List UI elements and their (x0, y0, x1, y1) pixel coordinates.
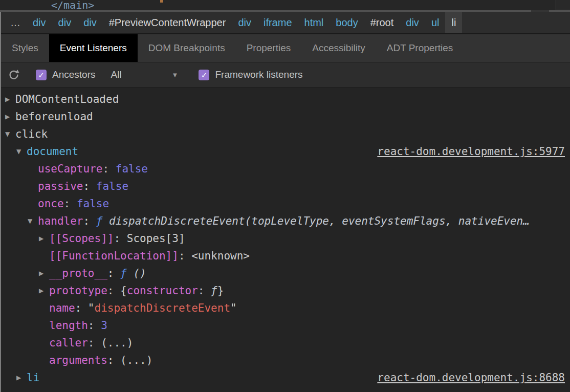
event-listeners-toolbar: ✓ Ancestors All ▼ ✓ Framework listeners (1, 62, 570, 88)
checkmark-icon: ✓ (38, 71, 45, 79)
sidebar-pane: …divdivdiv#PreviewContentWrapperdivifram… (0, 12, 570, 392)
tree-text-sig: dispatchDiscreteEvent(topLevelType, even… (109, 215, 530, 227)
tree-text-plain: : (107, 267, 120, 279)
tree-text-prop: handler (38, 215, 83, 227)
tree-text-prop: passive (38, 180, 83, 192)
tree-text-num: false (96, 180, 128, 192)
breadcrumb-item-root[interactable]: #root (364, 12, 400, 33)
devtools-sidebar-panel: </main> …divdivdiv#PreviewContentWrapper… (0, 0, 570, 392)
breadcrumb-item-div[interactable]: div (52, 12, 78, 33)
ancestors-label: Ancestors (52, 69, 95, 80)
tree-row[interactable]: ▼handler: ƒ dispatchDiscreteEvent(topLev… (1, 212, 570, 230)
tree-text-num: false (77, 198, 109, 210)
tree-row[interactable]: passive: false (1, 178, 570, 195)
tree-text-fn: ƒ (120, 267, 133, 279)
breadcrumb-item-iframe[interactable]: iframe (257, 12, 298, 33)
tree-row[interactable]: length: 3 (1, 317, 570, 334)
tree-text-plain: : (83, 215, 96, 227)
tree-text-prop: once (38, 198, 64, 210)
breadcrumb-item-more[interactable]: … (4, 12, 27, 33)
tree-text-num: false (116, 163, 148, 175)
tree-text-prop: [[Scopes]] (49, 232, 114, 245)
tree-row[interactable]: name: "dispatchDiscreteEvent" (1, 299, 570, 317)
disclosure-triangle-icon[interactable]: ▶ (39, 287, 49, 294)
elements-panel-remnant: </main> (0, 0, 570, 12)
breadcrumb-item-div[interactable]: div (232, 12, 257, 33)
source-location-link[interactable]: react-dom.development.js:5977 (377, 145, 565, 158)
source-location-link[interactable]: react-dom.development.js:8688 (377, 372, 565, 384)
tab-properties[interactable]: Properties (236, 34, 302, 62)
tree-row[interactable]: [[FunctionLocation]]: <unknown> (1, 247, 570, 265)
disclosure-triangle-icon[interactable]: ▶ (39, 235, 49, 242)
tree-row[interactable]: once: false (1, 195, 570, 212)
tab-styles[interactable]: Styles (1, 34, 49, 62)
tree-text-plain: : " (75, 302, 95, 314)
disclosure-triangle-icon[interactable]: ▶ (16, 374, 27, 381)
tree-row[interactable]: ▼click (1, 125, 570, 143)
tree-text-prop: __proto__ (49, 267, 107, 279)
event-listeners-tree: ▶DOMContentLoaded▶beforeunload▼click▼doc… (1, 88, 570, 392)
breadcrumb-item-previewcontentwrapper[interactable]: #PreviewContentWrapper (103, 12, 232, 33)
disclosure-triangle-icon[interactable]: ▶ (39, 270, 49, 277)
horizontal-scrollbar[interactable] (0, 10, 570, 12)
tree-text-plain: : { (107, 285, 127, 297)
breadcrumb-item-div[interactable]: div (77, 12, 103, 33)
breadcrumb-item-html[interactable]: html (298, 12, 330, 33)
tree-row[interactable]: useCapture: false (1, 160, 570, 178)
listener-category-value: All (111, 69, 121, 80)
breadcrumb: …divdivdiv#PreviewContentWrapperdivifram… (1, 12, 570, 34)
tree-text-num: 3 (101, 319, 107, 332)
tree-row[interactable]: ▶lireact-dom.development.js:8688 (1, 369, 570, 386)
tree-row[interactable]: ▶beforeunload (1, 108, 570, 125)
tree-row[interactable]: ▶__proto__: ƒ () (1, 265, 570, 282)
tree-text-plain: (...) (120, 354, 152, 366)
breadcrumb-item-ul[interactable]: ul (425, 12, 446, 33)
elements-code-fragment: </main> (51, 0, 94, 11)
tree-text-plain: : (107, 354, 120, 366)
disclosure-triangle-icon[interactable]: ▼ (28, 217, 38, 225)
listener-category-select[interactable]: All ▼ (111, 69, 178, 80)
tree-text-fn: ƒ (96, 215, 109, 227)
framework-listeners-checkbox[interactable]: ✓ (199, 70, 209, 80)
tab-event-listeners[interactable]: Event Listeners (49, 34, 138, 62)
tree-text-plain: <unknown> (191, 250, 250, 262)
disclosure-triangle-icon[interactable]: ▶ (5, 96, 15, 103)
disclosure-triangle-icon[interactable]: ▼ (5, 130, 15, 138)
tree-row[interactable]: caller: (...) (1, 334, 570, 352)
tree-text-sig: () (133, 267, 146, 279)
tree-text-prop: length (49, 319, 88, 332)
tree-text-plain: : (64, 198, 77, 210)
breadcrumb-item-li[interactable]: li (445, 12, 462, 33)
tree-text-str: dispatchDiscreteEvent (95, 302, 231, 314)
tree-text-prop: prototype (49, 285, 107, 297)
tree-row[interactable]: ▶prototype: {constructor: ƒ} (1, 282, 570, 299)
breadcrumb-item-body[interactable]: body (330, 12, 364, 33)
ancestors-checkbox[interactable]: ✓ (36, 70, 47, 80)
tab-accessibility[interactable]: Accessibility (301, 34, 376, 62)
tree-text-prop: name (49, 302, 75, 314)
tree-text-plain: : (88, 337, 101, 349)
tree-text-plain: : (198, 285, 211, 297)
tab-adt-properties[interactable]: ADT Properties (376, 34, 464, 62)
tree-text-plain: Scopes[3] (127, 232, 185, 245)
tree-text-prop: arguments (49, 354, 107, 366)
tab-dom-breakpoints[interactable]: DOM Breakpoints (138, 34, 236, 62)
breadcrumb-item-div[interactable]: div (400, 12, 425, 33)
refresh-icon[interactable] (8, 69, 19, 80)
tree-text-plain: : (88, 319, 101, 332)
breadcrumb-item-div[interactable]: div (27, 12, 52, 33)
horizontal-scrollbar-thumb[interactable] (531, 10, 549, 12)
tree-text-sig: ƒ (211, 285, 217, 297)
tree-text-plain: : (83, 180, 96, 192)
disclosure-triangle-icon[interactable]: ▼ (16, 148, 27, 155)
tree-row[interactable]: arguments: (...) (1, 352, 570, 369)
checkmark-icon: ✓ (201, 71, 208, 79)
tree-text-node: li (27, 372, 39, 384)
tree-row[interactable]: ▼documentreact-dom.development.js:5977 (1, 143, 570, 160)
tree-row[interactable]: ▶DOMContentLoaded (1, 91, 570, 108)
tree-text-plain: : (102, 163, 115, 175)
tree-row[interactable]: ▶[[Scopes]]: Scopes[3] (1, 230, 570, 247)
tree-text-plain: (...) (101, 337, 133, 349)
disclosure-triangle-icon[interactable]: ▶ (5, 113, 15, 120)
scroll-marker (160, 0, 163, 3)
